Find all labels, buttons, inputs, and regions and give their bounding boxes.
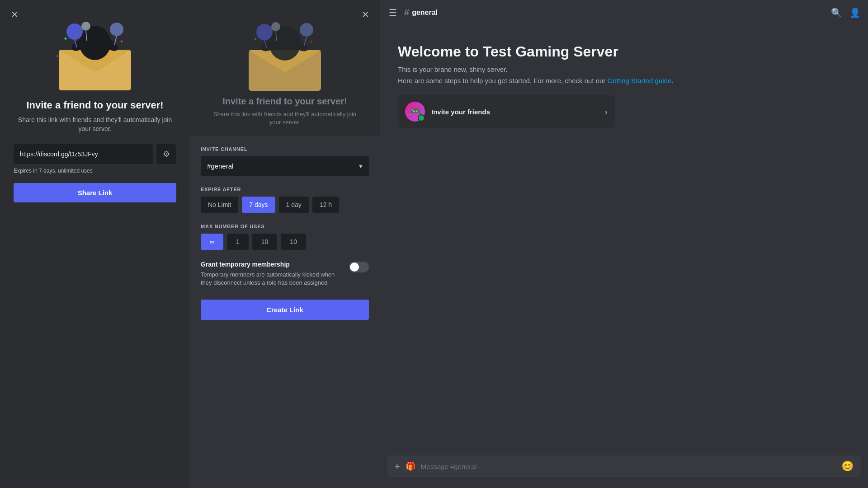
channel-header: ☰ # general 🔍 👤 <box>380 0 868 25</box>
link-row: ⚙ <box>14 144 176 164</box>
close-left-modal-button[interactable]: ✕ <box>7 7 22 22</box>
temp-membership-desc: Temporary members are automatically kick… <box>201 271 342 287</box>
share-link-button[interactable]: Share Link <box>14 183 176 202</box>
attach-button[interactable]: + <box>394 460 400 472</box>
envelope-illustration-center: ✦ ✦ <box>240 21 330 91</box>
invite-channel-label: INVITE CHANNEL <box>201 146 369 152</box>
online-badge <box>418 114 425 122</box>
welcome-steps: Here are some steps to help you get star… <box>398 77 850 84</box>
max-uses-label: MAX NUMBER OF USES <box>201 224 369 229</box>
profile-button[interactable]: 👤 <box>849 7 861 18</box>
create-link-button[interactable]: Create Link <box>201 300 369 320</box>
expires-text: Expires in 7 days, unlimited uses <box>14 168 176 174</box>
channel-name-text: general <box>412 9 438 17</box>
expire-options: No Limit 7 days 1 day 12 h <box>201 197 369 213</box>
modal-header: ✦ ✦ Invite a friend to your server! Shar… <box>190 0 380 136</box>
channel-content: Welcome to Test Gaming Server This is yo… <box>380 25 868 455</box>
svg-text:*: * <box>57 55 58 60</box>
chevron-right-icon: › <box>604 107 608 117</box>
expire-12h-button[interactable]: 12 h <box>312 197 339 213</box>
svg-point-5 <box>66 23 83 40</box>
channel-dropdown[interactable]: #general ▾ <box>201 156 369 176</box>
gear-settings-button[interactable]: ⚙ <box>156 144 176 164</box>
left-modal-subtitle: Share this link with friends and they'll… <box>14 116 176 133</box>
expire-1day-button[interactable]: 1 day <box>279 197 309 213</box>
getting-started-link[interactable]: Getting Started guide <box>608 77 672 84</box>
envelope-illustration-left: ✦ ✦ + * <box>50 18 140 90</box>
message-input[interactable] <box>421 463 836 470</box>
welcome-desc: This is your brand new, shiny server. <box>398 66 850 73</box>
hamburger-menu-button[interactable]: ☰ <box>387 5 399 20</box>
close-center-modal-button[interactable]: ✕ <box>358 7 373 22</box>
toggle-knob <box>350 263 359 272</box>
temp-membership-section: Grant temporary membership Temporary mem… <box>201 261 369 287</box>
left-invite-modal: ✕ ✦ ✦ + * Invite a f <box>0 0 190 488</box>
invite-illustration-left: ✦ ✦ + * <box>50 18 140 90</box>
uses-options: ∞ 1 10 10 <box>201 234 369 250</box>
svg-text:✦: ✦ <box>310 39 313 44</box>
svg-point-7 <box>110 23 123 36</box>
message-bar-area: + 🎁 😊 <box>380 455 868 488</box>
temp-membership-title: Grant temporary membership <box>201 261 342 268</box>
welcome-title: Welcome to Test Gaming Server <box>398 43 850 60</box>
svg-point-9 <box>81 22 90 31</box>
svg-text:+: + <box>127 51 129 55</box>
invite-friends-card[interactable]: 🎮 Invite your friends › <box>398 95 615 128</box>
svg-text:✦: ✦ <box>253 36 258 42</box>
uses-1-button[interactable]: 1 <box>227 234 249 250</box>
expire-7days-button[interactable]: 7 days <box>242 197 275 213</box>
message-bar: + 🎁 😊 <box>387 455 861 477</box>
invite-link-input[interactable] <box>14 144 153 164</box>
invite-avatar: 🎮 <box>405 102 425 122</box>
selected-channel: #general <box>207 162 233 170</box>
svg-point-20 <box>256 24 273 40</box>
expire-after-label: EXPIRE AFTER <box>201 187 369 192</box>
left-modal-title: Invite a friend to your server! <box>26 99 163 111</box>
invite-friends-label: Invite your friends <box>431 108 598 116</box>
right-panel: ☰ # general 🔍 👤 Welcome to Test Gaming S… <box>380 0 868 488</box>
center-modal-subtitle: Share this link with friends and they'll… <box>212 110 357 127</box>
header-actions: 🔍 👤 <box>831 7 861 18</box>
uses-10-button[interactable]: 10 <box>252 234 278 250</box>
hash-icon: # <box>404 7 409 18</box>
temp-membership-toggle[interactable] <box>349 262 369 272</box>
modal-body: INVITE CHANNEL #general ▾ EXPIRE AFTER N… <box>190 136 380 488</box>
svg-point-24 <box>271 22 280 31</box>
center-invite-modal: ✦ ✦ Invite a friend to your server! Shar… <box>190 0 380 488</box>
expire-no-limit-button[interactable]: No Limit <box>201 197 238 213</box>
gift-button[interactable]: 🎁 <box>406 461 415 471</box>
svg-point-22 <box>300 23 313 37</box>
svg-text:✦: ✦ <box>120 39 123 44</box>
uses-unlimited-button[interactable]: ∞ <box>201 234 223 250</box>
channel-name-header: # general <box>404 7 826 18</box>
uses-10b-button[interactable]: 10 <box>281 234 306 250</box>
dropdown-arrow-icon: ▾ <box>359 162 363 170</box>
emoji-button[interactable]: 😊 <box>841 460 854 472</box>
center-modal-title: Invite a friend to your server! <box>222 96 347 107</box>
svg-text:✦: ✦ <box>63 36 68 42</box>
search-button[interactable]: 🔍 <box>831 7 842 18</box>
